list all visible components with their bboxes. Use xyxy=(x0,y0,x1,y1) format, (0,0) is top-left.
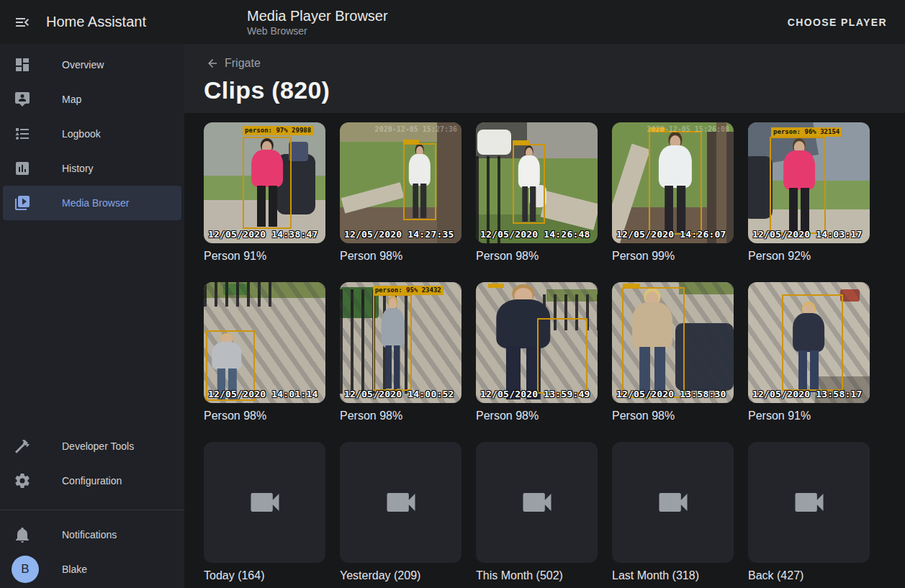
clip-thumbnail[interactable]: 12/05/2020 14:01:14 xyxy=(204,282,325,403)
choose-player-button[interactable]: CHOOSE PLAYER xyxy=(782,11,893,34)
video-icon xyxy=(654,484,692,521)
detection-bbox xyxy=(513,144,546,224)
hammer-icon xyxy=(14,438,31,455)
play-box-multiple-icon xyxy=(14,194,31,212)
timestamp-overlay: 12/05/2020 13:58:17 xyxy=(752,389,863,399)
sidebar-divider xyxy=(0,510,184,510)
clip-card: 12/05/2020 14:01:14Person 98% xyxy=(204,282,325,423)
scene-object xyxy=(289,142,308,161)
timestamp-overlay: 12/05/2020 13:59:49 xyxy=(480,389,590,399)
folder-caption: This Month (502) xyxy=(476,569,598,583)
view-dashboard-icon xyxy=(14,56,31,73)
timestamp-overlay: 12/05/2020 14:03:17 xyxy=(752,229,863,240)
clip-caption: Person 99% xyxy=(612,249,734,263)
timestamp-overlay: 12/05/2020 14:00:52 xyxy=(344,389,454,399)
clip-card: 12/05/2020 13:58:30Person 98% xyxy=(612,282,734,423)
clip-card: person: 96% 3215412/05/2020 14:03:17Pers… xyxy=(748,122,870,263)
clip-caption: Person 98% xyxy=(476,409,598,423)
clip-card: person: 97% 2998812/05/2020 14:38:47Pers… xyxy=(204,122,325,263)
detection-bbox xyxy=(537,318,588,393)
scene-object xyxy=(748,156,773,219)
clip-thumbnail[interactable]: 12/05/2020 13:58:17 xyxy=(748,282,870,403)
camera-osd-timestamp: 2020-12-05 15:26:08 xyxy=(647,125,729,133)
detection-label-small xyxy=(623,284,640,288)
clip-thumbnail[interactable]: 2020-12-05 15:26:0812/05/2020 14:26:07 xyxy=(612,122,734,243)
video-icon xyxy=(518,484,556,521)
timestamp-overlay: 12/05/2020 14:26:48 xyxy=(480,229,590,240)
sidebar-item-label: Configuration xyxy=(62,475,122,487)
timestamp-overlay: 12/05/2020 14:38:47 xyxy=(208,229,318,240)
scene-object xyxy=(541,191,598,230)
sidebar-item-label: Notifications xyxy=(62,529,117,540)
sidebar-item-user[interactable]: B Blake xyxy=(3,552,181,587)
topbar-left: Home Assistant xyxy=(0,5,184,40)
clip-card: person: 95% 2343212/05/2020 14:00:52Pers… xyxy=(340,282,461,423)
detection-label-small xyxy=(488,284,504,288)
clip-caption: Person 92% xyxy=(748,249,870,263)
clip-thumbnail[interactable]: 12/05/2020 14:26:48 xyxy=(476,122,598,243)
arrow-left-icon xyxy=(206,57,219,70)
page-subtitle: Web Browser xyxy=(247,24,388,37)
media-grid: person: 97% 2998812/05/2020 14:38:47Pers… xyxy=(184,113,870,583)
folder-caption: Last Month (318) xyxy=(612,569,734,583)
video-icon xyxy=(791,484,828,521)
timestamp-overlay: 12/05/2020 13:58:30 xyxy=(616,389,726,399)
clip-caption: Person 91% xyxy=(748,409,870,423)
breadcrumb-back-button[interactable]: Frigate xyxy=(206,57,261,70)
sidebar-item-label: Overview xyxy=(62,59,104,71)
video-icon xyxy=(246,484,284,521)
clip-thumbnail[interactable]: 12/05/2020 13:59:49 xyxy=(476,282,598,403)
timestamp-overlay: 12/05/2020 14:01:14 xyxy=(208,389,318,399)
sidebar-item-history[interactable]: History xyxy=(3,151,181,186)
sidebar-item-map[interactable]: Map xyxy=(3,82,181,117)
detection-bbox xyxy=(373,294,412,391)
detection-label: person: 97% 29988 xyxy=(243,126,313,135)
folder-card: This Month (502) xyxy=(476,442,598,583)
clip-card: 2020-12-05 15:26:0812/05/2020 14:26:07Pe… xyxy=(612,122,734,263)
sidebar-item-logbook[interactable]: Logbook xyxy=(3,117,181,151)
sidebar-item-media-browser[interactable]: Media Browser xyxy=(3,186,181,220)
folder-tile[interactable] xyxy=(748,442,870,563)
sidebar-item-label: Map xyxy=(62,94,81,105)
folder-card: Last Month (318) xyxy=(612,442,734,583)
sidebar: OverviewMapLogbookHistoryMedia Browser D… xyxy=(0,44,184,588)
sidebar-item-developer-tools[interactable]: Developer Tools xyxy=(3,429,181,463)
menu-toggle-button[interactable] xyxy=(5,5,40,40)
sidebar-footer-items: Developer ToolsConfiguration xyxy=(0,429,184,498)
clips-page-title: Clips (820) xyxy=(204,76,905,104)
scene-object xyxy=(341,183,404,214)
detection-bbox xyxy=(649,131,702,235)
clip-card: 12/05/2020 13:59:49Person 98% xyxy=(476,282,598,423)
folder-tile[interactable] xyxy=(204,442,325,563)
detection-label: person: 96% 32154 xyxy=(771,127,842,137)
folder-card: Back (427) xyxy=(748,442,870,583)
clip-caption: Person 98% xyxy=(340,409,461,423)
clip-thumbnail[interactable]: person: 96% 3215412/05/2020 14:03:17 xyxy=(748,122,870,243)
folder-card: Today (164) xyxy=(204,442,325,583)
scene-object xyxy=(437,122,461,243)
detection-bbox xyxy=(770,137,826,233)
clip-card: 12/05/2020 14:26:48Person 98% xyxy=(476,122,598,263)
clip-thumbnail[interactable]: person: 97% 2998812/05/2020 14:38:47 xyxy=(204,122,325,243)
detection-bbox xyxy=(622,287,685,399)
folder-card: Yesterday (209) xyxy=(340,442,461,583)
folder-tile[interactable] xyxy=(612,442,734,563)
breadcrumb-label: Frigate xyxy=(225,57,261,70)
avatar: B xyxy=(12,556,39,583)
clip-thumbnail[interactable]: person: 95% 2343212/05/2020 14:00:52 xyxy=(340,282,461,403)
sidebar-item-overview[interactable]: Overview xyxy=(3,48,181,82)
folder-caption: Yesterday (209) xyxy=(340,569,461,583)
sidebar-item-notifications[interactable]: Notifications xyxy=(3,517,181,552)
main-content: Frigate Clips (820) person: 97% 2998812/… xyxy=(184,44,905,588)
cog-icon xyxy=(14,472,31,489)
folder-tile[interactable] xyxy=(476,442,598,563)
clip-thumbnail[interactable]: 2020-12-05 15:27:3612/05/2020 14:27:35 xyxy=(340,122,461,243)
clip-caption: Person 91% xyxy=(204,249,325,263)
clip-caption: Person 98% xyxy=(340,249,461,263)
clip-card: 2020-12-05 15:27:3612/05/2020 14:27:35Pe… xyxy=(340,122,461,263)
scene-object xyxy=(716,122,726,243)
folder-tile[interactable] xyxy=(340,442,461,563)
sidebar-item-configuration[interactable]: Configuration xyxy=(3,463,181,498)
detection-label-small xyxy=(513,140,530,145)
clip-thumbnail[interactable]: 12/05/2020 13:58:30 xyxy=(612,282,734,403)
